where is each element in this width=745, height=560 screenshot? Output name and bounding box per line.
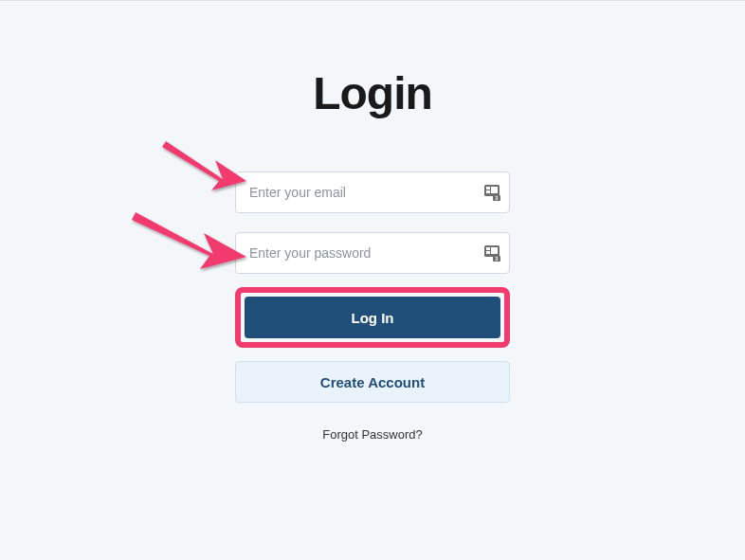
login-form: 3 3 Log In Create Account Forgot Pass (235, 172, 510, 442)
email-input-group: 3 (235, 172, 510, 213)
create-account-button[interactable]: Create Account (235, 361, 510, 403)
email-field[interactable] (235, 172, 510, 213)
password-field[interactable] (235, 232, 510, 274)
login-page: Login 3 (0, 1, 745, 442)
password-input-group: 3 (235, 232, 510, 274)
login-button[interactable]: Log In (245, 297, 500, 338)
login-button-highlight: Log In (235, 287, 510, 348)
page-title: Login (313, 67, 432, 119)
forgot-password-link[interactable]: Forgot Password? (235, 427, 510, 442)
